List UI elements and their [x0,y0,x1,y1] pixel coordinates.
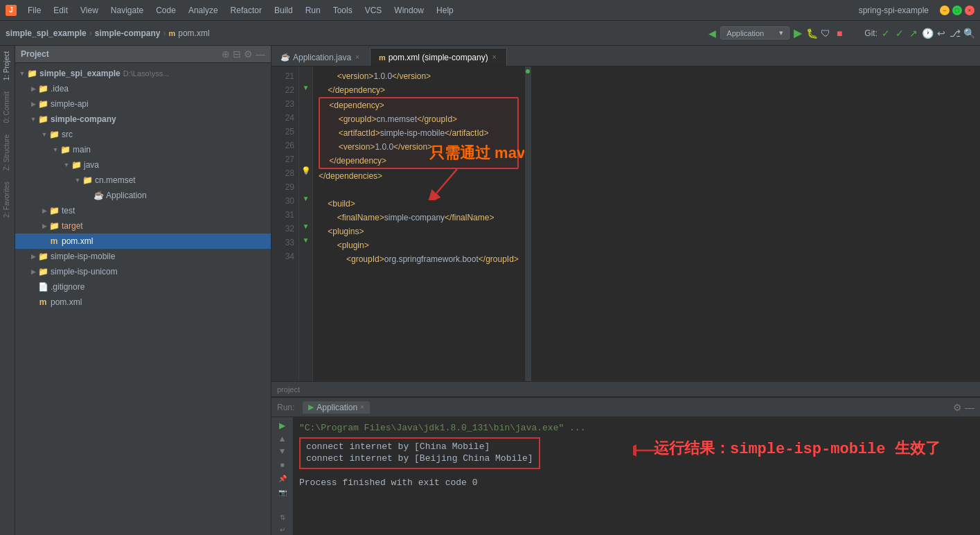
tree-item-java[interactable]: ▼ 📁 java [15,157,271,173]
debug-button[interactable]: 🐛 [806,28,817,39]
breadcrumb-module[interactable]: simple-company [95,28,161,38]
editor-status-line: project [271,381,980,396]
tree-item-src[interactable]: ▼ 📁 src [15,127,271,142]
bottom-tabs-bar: Run: ▶ Application × ⚙ — [271,398,980,417]
sort-icon[interactable]: ⇅ [280,514,285,521]
tree-item-simple-api[interactable]: ▶ 📁 simple-api [15,96,271,112]
menu-build[interactable]: Build [269,4,299,17]
finish-text: Process finished with exit code 0 [299,477,477,488]
stop-button[interactable]: ■ [834,28,845,39]
tree-item-application[interactable]: ☕ Application [15,188,271,203]
console-output-line1: connect internet by [China Mobile] [306,441,533,452]
gutter-28: 💡 [299,164,312,177]
annotation-arrow-2 [633,444,668,457]
run-again-icon[interactable]: ▶ [277,420,288,431]
camera-icon[interactable]: 📷 [277,486,288,498]
tab-pom-xml[interactable]: m pom.xml (simple-company) × [370,48,507,66]
search-everywhere-icon[interactable]: 🔍 [963,28,974,39]
tree-item-test[interactable]: ▶ 📁 test [15,203,271,218]
tree-item-pom-selected[interactable]: m pom.xml [15,234,271,249]
tree-item-root[interactable]: ▼ 📁 simple_spi_example D:\Laso\yss... [15,66,271,81]
close-button[interactable]: × [965,6,974,15]
line-numbers: 21 22 23 24 25 26 27 28 29 30 31 32 33 3… [271,67,299,381]
add-icon[interactable]: ⊕ [222,49,230,60]
btab-close-icon[interactable]: × [360,403,364,411]
run-config-button[interactable]: Application ▾ [720,26,790,40]
code-content[interactable]: <version> 1.0.0 </version> </dependency> [313,67,524,381]
scroll-up-icon[interactable]: ▲ [278,434,287,444]
code-line-24: <groupId> cn.memset </groupId> [320,112,517,126]
vtab-structure[interactable]: Z: Structure [0,129,15,176]
line-26: 26 [271,139,294,152]
vtab-favorites[interactable]: 2: Favorites [0,176,15,223]
menu-analyze[interactable]: Analyze [183,4,224,17]
pin-icon[interactable]: 📌 [277,473,288,484]
item-name: Application [106,191,147,200]
menu-navigate[interactable]: Navigate [105,4,149,17]
window-controls: − □ × [940,6,974,15]
git-revert-icon[interactable]: ↩ [936,28,947,39]
file-icon: 📄 [37,281,48,292]
menu-window[interactable]: Window [389,4,429,17]
tab-application-java[interactable]: ☕ Application.java × [271,48,370,66]
console-highlight-box: connect internet by [China Mobile] conne… [299,437,540,469]
console-minimize-icon[interactable]: — [965,402,974,413]
tab-close-icon[interactable]: × [491,53,498,62]
menu-run[interactable]: Run [300,4,326,17]
menu-code[interactable]: Code [150,4,181,17]
vtab-commit[interactable]: 0: Commit [0,86,15,129]
gutter-26 [299,136,312,150]
tree-item-main[interactable]: ▼ 📁 main [15,142,271,157]
code-editor[interactable]: 21 22 23 24 25 26 27 28 29 30 31 32 33 3… [271,67,980,381]
tree-item-simple-company[interactable]: ▼ 📁 simple-company [15,112,271,127]
scroll-down-icon[interactable]: ▼ [278,446,287,456]
item-path: D:\Laso\yss... [123,69,170,78]
menu-tools[interactable]: Tools [328,4,358,17]
folder-icon: 📁 [26,68,37,79]
tree-item-cnmemset[interactable]: ▼ 📁 cn.memset [15,173,271,188]
collapse-all-icon[interactable]: ⊟ [233,49,241,60]
stop-run-icon[interactable]: ■ [277,459,288,470]
wrap-icon[interactable]: ↵ [277,524,288,535]
tree-item-target[interactable]: ▶ 📁 target [15,218,271,234]
menu-help[interactable]: Help [431,4,459,17]
toolbar: simple_spi_example › simple-company › m … [0,21,980,46]
menu-edit[interactable]: Edit [48,4,73,17]
code-line-28: </dependencies> [319,169,519,183]
tree-item-root-pom[interactable]: m pom.xml [15,295,271,310]
vtab-project[interactable]: 1: Project [0,46,15,86]
settings-icon[interactable]: ⚙ [244,49,253,60]
gutter-31 [299,205,312,219]
tree-item-idea[interactable]: ▶ 📁 .idea [15,81,271,96]
coverage-button[interactable]: 🛡 [820,28,831,39]
menu-file[interactable]: File [22,4,46,17]
expand-arrow: ▼ [51,146,60,154]
menu-vcs[interactable]: VCS [359,4,388,17]
tree-item-gitignore[interactable]: 📄 .gitignore [15,279,271,295]
hide-icon[interactable]: — [256,49,265,60]
minimize-button[interactable]: − [940,6,950,15]
folder-icon: 📁 [48,129,60,140]
menu-view[interactable]: View [75,4,104,17]
git-check2-icon[interactable]: ✓ [894,28,905,39]
back-icon[interactable]: ◀ [706,28,718,39]
breadcrumb-file[interactable]: pom.xml [178,28,209,38]
console-settings-icon[interactable]: ⚙ [953,402,962,413]
run-button[interactable]: ▶ [792,28,803,39]
git-push-icon[interactable]: ↗ [908,28,919,39]
git-check-icon[interactable]: ✓ [880,28,891,39]
breadcrumb-project[interactable]: simple_spi_example [6,28,87,38]
tree-item-simple-isp-mobile[interactable]: ▶ 📁 simple-isp-mobile [15,249,271,264]
line-34: 34 [271,249,294,263]
menu-refactor[interactable]: Refactor [225,4,267,17]
tree-item-simple-isp-unicom[interactable]: ▶ 📁 simple-isp-unicom [15,264,271,279]
bottom-tab-application[interactable]: ▶ Application × [303,401,370,414]
git-history-icon[interactable]: 🕐 [922,28,933,39]
maximize-button[interactable]: □ [952,6,962,15]
breadcrumb-icon: m [168,29,175,37]
line-23: 23 [271,97,294,111]
gutter-25 [299,122,312,136]
git-branch-icon[interactable]: ⎇ [950,28,961,39]
tab-close-icon[interactable]: × [354,53,361,62]
item-name: java [84,160,99,170]
